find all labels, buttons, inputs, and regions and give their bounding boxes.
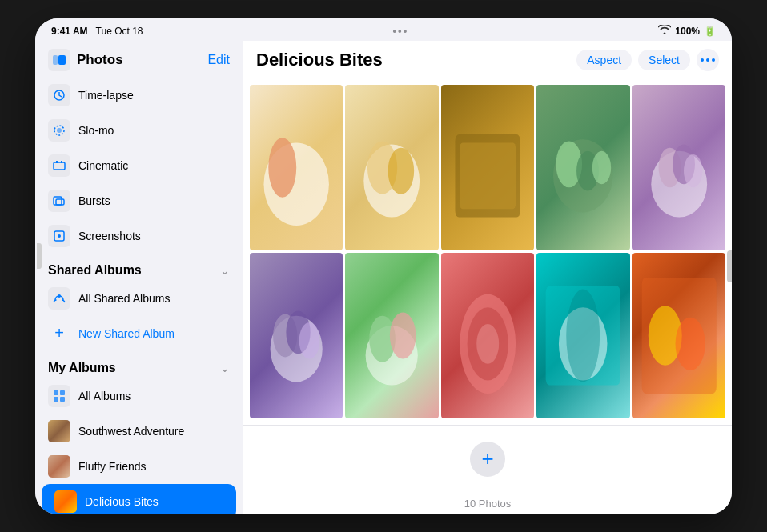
shared-albums-chevron[interactable]: ⌄ [220,264,230,277]
svg-point-11 [58,234,61,238]
right-actions: Aspect Select [576,49,719,71]
sidebar-header: Photos Edit [35,41,243,78]
sidebar-item-screenshots[interactable]: Screenshots [35,218,243,254]
photo-cell-9[interactable] [536,253,629,418]
photo-cell-2[interactable] [345,85,438,250]
svg-rect-9 [56,199,64,205]
svg-rect-14 [60,390,65,395]
svg-rect-1 [58,55,66,65]
bursts-label: Bursts [78,194,110,207]
sidebar-item-southwest[interactable]: Southwest Adventure [35,414,243,449]
sidebar-item-all-albums[interactable]: All Albums [35,378,243,414]
sidebar: Photos Edit Time-lapse Slo-mo [35,41,243,514]
all-shared-label: All Shared Albums [78,292,170,305]
photo-cell-8[interactable] [441,253,534,418]
right-panel: Delicious Bites Aspect Select [243,41,732,514]
three-dots-icon [701,58,715,62]
all-albums-label: All Albums [78,390,131,402]
media-types-section: Time-lapse Slo-mo Cinematic [35,78,243,254]
album-title: Delicious Bites [256,50,383,70]
photo-cell-5[interactable] [632,85,725,250]
status-date: Tue Oct 18 [96,26,143,37]
ipad-device: 9:41 AM Tue Oct 18 ••• 100% 🔋 Photos [35,18,732,514]
southwest-thumb [48,420,70,442]
svg-point-40 [390,312,416,358]
sidebar-item-slomo[interactable]: Slo-mo [35,113,243,148]
photo-count: 10 Photos [243,493,732,514]
svg-rect-25 [460,142,516,209]
status-time: 9:41 AM [51,26,88,37]
svg-rect-16 [60,397,65,402]
new-shared-label: New Shared Album [78,327,175,340]
shared-albums-title: Shared Albums [48,263,142,278]
svg-rect-7 [61,161,62,163]
photo-grid [243,78,732,425]
sidebar-item-timelapse[interactable]: Time-lapse [35,78,243,113]
svg-rect-6 [56,161,58,163]
aspect-button[interactable]: Aspect [576,50,632,70]
battery-percentage: 100% [675,26,700,37]
slomo-label: Slo-mo [78,124,114,137]
svg-point-43 [476,324,499,364]
svg-point-46 [566,289,600,382]
main-content: Photos Edit Time-lapse Slo-mo [35,41,732,514]
add-album-area: + [243,425,732,493]
sidebar-title: Photos [77,52,123,68]
sidebar-item-fluffy[interactable]: Fluffy Friends [35,449,243,484]
photo-cell-1[interactable] [250,85,343,250]
photo-cell-3[interactable] [441,85,534,250]
battery-icon: 🔋 [704,26,716,37]
add-shared-icon: + [48,322,70,345]
shared-albums-header: Shared Albums ⌄ [35,254,243,281]
my-albums-title: My Albums [48,361,116,375]
status-indicators: 100% 🔋 [658,25,716,37]
wifi-icon [658,25,671,37]
select-button[interactable]: Select [638,50,690,70]
svg-rect-15 [54,397,58,402]
more-button[interactable] [697,49,719,71]
sidebar-edit-button[interactable]: Edit [207,53,230,67]
svg-point-4 [57,128,62,133]
sidebar-item-new-shared[interactable]: + New Shared Album [35,316,243,351]
sidebar-item-all-shared[interactable]: All Shared Albums [35,281,243,316]
photo-cell-4[interactable] [536,85,629,250]
svg-point-29 [592,150,611,183]
timelapse-label: Time-lapse [78,89,134,102]
sidebar-item-cinematic[interactable]: Cinematic [35,148,243,183]
home-button[interactable] [727,250,732,282]
my-albums-chevron[interactable]: ⌄ [220,362,230,374]
volume-button [37,243,42,269]
status-bar: 9:41 AM Tue Oct 18 ••• 100% 🔋 [35,18,732,41]
fluffy-label: Fluffy Friends [78,460,147,473]
my-albums-header: My Albums ⌄ [35,351,243,378]
svg-rect-8 [54,197,62,205]
svg-point-37 [299,322,320,358]
svg-point-23 [388,147,415,194]
southwest-label: Southwest Adventure [78,425,184,438]
svg-rect-5 [54,162,65,170]
svg-rect-13 [54,390,58,395]
right-header: Delicious Bites Aspect Select [243,41,732,78]
photo-cell-10[interactable] [632,253,725,418]
sidebar-item-delicious-bites[interactable]: Delicious Bites [42,484,236,514]
svg-point-18 [268,138,296,198]
three-dots-top: ••• [393,25,409,37]
svg-rect-0 [53,55,58,65]
svg-point-49 [675,317,705,370]
screenshots-label: Screenshots [78,230,141,242]
cinematic-label: Cinematic [78,159,128,172]
svg-point-33 [684,154,702,186]
photo-cell-7[interactable] [345,253,438,418]
sidebar-toggle-icon[interactable] [48,49,70,71]
add-album-button[interactable]: + [470,442,505,477]
delicious-bites-label: Delicious Bites [85,495,159,508]
svg-point-12 [58,294,61,298]
photo-cell-6[interactable] [250,253,343,418]
delicious-thumb [54,490,77,513]
sidebar-item-bursts[interactable]: Bursts [35,183,243,218]
fluffy-thumb [48,455,70,478]
